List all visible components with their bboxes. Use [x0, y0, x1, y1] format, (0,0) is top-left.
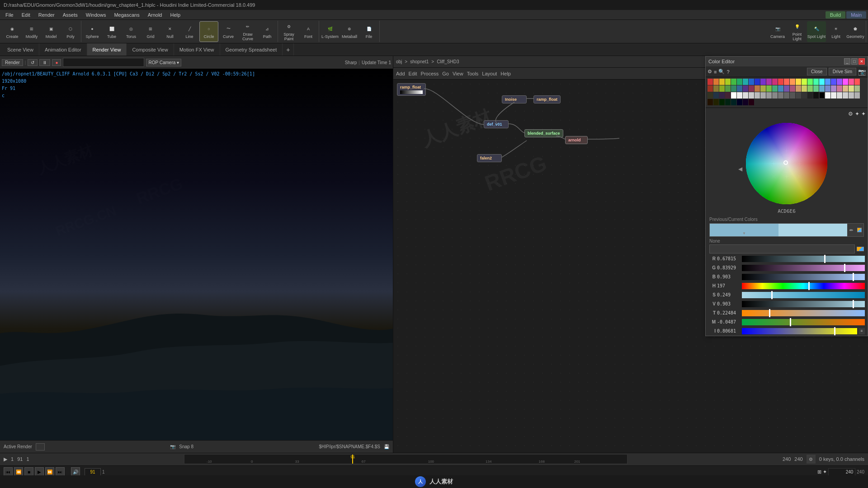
tab-geometry-spreadsheet[interactable]: Geometry Spreadsheet — [220, 43, 283, 56]
path-cliff-link[interactable]: Cliff_SHD3 — [437, 59, 459, 64]
color-swatch[interactable] — [760, 92, 766, 99]
tool-point-light[interactable]: 💡 Point Light — [788, 21, 807, 42]
tool-sphere[interactable]: ● Sphere — [83, 21, 102, 42]
close-label-button[interactable]: Close — [807, 68, 827, 75]
color-swatch[interactable] — [743, 99, 748, 105]
active-render-toggle[interactable] — [36, 443, 45, 450]
node-menu-edit[interactable]: Edit — [409, 71, 417, 76]
color-swatch[interactable] — [819, 85, 825, 92]
color-editor-titlebar[interactable]: Color Editor _ □ ✕ — [706, 56, 868, 66]
color-swatch[interactable] — [784, 85, 789, 92]
color-swatch[interactable] — [790, 79, 795, 85]
menu-edit[interactable]: Edit — [18, 11, 34, 19]
color-swatch[interactable] — [807, 79, 813, 85]
color-swatch[interactable] — [760, 85, 766, 92]
tool-tube[interactable]: ⬜ Tube — [102, 21, 121, 42]
color-swatch[interactable] — [708, 99, 713, 105]
main-button[interactable]: Main — [846, 11, 866, 19]
color-swatch[interactable] — [713, 92, 719, 99]
node-menu-go[interactable]: Go — [442, 71, 449, 76]
tool-null[interactable]: ✕ Null — [160, 21, 179, 42]
tool-draw-curve[interactable]: ✏ Draw Curve — [238, 21, 257, 42]
color-swatch[interactable] — [837, 85, 842, 92]
color-swatch[interactable] — [807, 85, 813, 92]
path-shopnet-link[interactable]: shopnet1 — [410, 59, 429, 64]
color-swatch[interactable] — [713, 85, 719, 92]
channel-icon-1[interactable]: ⊞ — [817, 469, 821, 475]
color-swatch[interactable] — [737, 99, 742, 105]
color-swatch[interactable] — [731, 92, 736, 99]
tool-grid[interactable]: ⊞ Grid — [141, 21, 160, 42]
color-swatch[interactable] — [843, 85, 848, 92]
color-swatch[interactable] — [719, 99, 725, 105]
color-swatch[interactable] — [778, 92, 783, 99]
tool-torus[interactable]: ◎ Torus — [122, 21, 141, 42]
tab-render-view[interactable]: Render View — [87, 43, 127, 56]
tool-geometry[interactable]: ⬟ Geometry — [846, 21, 865, 42]
color-swatch[interactable] — [766, 92, 772, 99]
color-swatch[interactable] — [802, 92, 807, 99]
eyedropper-button[interactable]: ✏ — [847, 224, 855, 236]
color-swatch[interactable] — [713, 79, 719, 85]
ce-action-1[interactable]: ⚙ — [848, 111, 853, 117]
color-swatch[interactable] — [796, 85, 801, 92]
node-menu-view[interactable]: View — [453, 71, 463, 76]
tab-scene-view[interactable]: Scene View — [2, 43, 39, 56]
node-ramp-float2[interactable]: ramp_float — [533, 95, 561, 103]
drive-sim-button[interactable]: Drive Sim — [829, 68, 856, 75]
slider-track-h[interactable] — [742, 283, 865, 289]
ce-icon-1[interactable]: ⚙ — [708, 69, 712, 75]
tool-curve[interactable]: 〜 Curve — [219, 21, 238, 42]
color-swatch[interactable] — [843, 79, 848, 85]
pause-button[interactable]: ⏸ — [39, 59, 50, 66]
tool-modify[interactable]: ⊞ Modify — [22, 21, 41, 42]
none-gradient-option[interactable] — [857, 247, 864, 251]
color-swatch[interactable] — [755, 85, 760, 92]
color-swatch[interactable] — [831, 79, 836, 85]
slider-side-btn[interactable]: ≡ — [859, 328, 865, 334]
node-menu-process[interactable]: Process — [421, 71, 439, 76]
color-swatch[interactable] — [725, 79, 731, 85]
tool-circle[interactable]: ○ Circle — [199, 21, 218, 42]
tool-model[interactable]: ▣ Model — [42, 21, 61, 42]
color-swatch[interactable] — [766, 79, 772, 85]
tab-animation-editor[interactable]: Animation Editor — [39, 43, 87, 56]
tool-path[interactable]: ⊿ Path — [258, 21, 277, 42]
color-swatch[interactable] — [807, 92, 813, 99]
color-swatch[interactable] — [802, 85, 807, 92]
color-swatch[interactable] — [790, 85, 795, 92]
color-swatch[interactable] — [708, 79, 713, 85]
color-swatch[interactable] — [778, 79, 783, 85]
color-swatch[interactable] — [819, 79, 825, 85]
color-swatch[interactable] — [749, 85, 754, 92]
camera-dropdown[interactable]: ROP Camera ▾ — [146, 59, 181, 66]
color-swatch[interactable] — [749, 99, 754, 105]
menu-assets[interactable]: Assets — [59, 11, 81, 19]
menu-render[interactable]: Render — [35, 11, 58, 19]
menu-megascans[interactable]: Megascans — [110, 11, 143, 19]
color-swatch[interactable] — [731, 79, 736, 85]
render-button[interactable]: Render — [2, 59, 23, 66]
slider-track-m[interactable] — [742, 319, 865, 325]
node-blended-surface[interactable]: blended_surface — [524, 129, 563, 137]
color-swatch[interactable] — [854, 79, 860, 85]
slider-track-t[interactable] — [742, 310, 865, 316]
ce-icon-4[interactable]: ? — [726, 69, 729, 75]
color-swatch[interactable] — [772, 92, 778, 99]
color-swatch[interactable] — [731, 85, 736, 92]
color-swatch[interactable] — [825, 85, 830, 92]
color-swatch[interactable] — [813, 79, 819, 85]
frame-input[interactable] — [85, 468, 101, 476]
timeline-ruler[interactable]: -10 0 33 67 100 134 168 201 91 — [184, 454, 627, 464]
minimize-button[interactable]: _ — [844, 58, 850, 65]
color-swatch[interactable] — [749, 92, 754, 99]
color-swatch[interactable] — [749, 79, 754, 85]
color-swatch[interactable] — [708, 92, 713, 99]
menu-arnold[interactable]: Arnold — [144, 11, 166, 19]
node-ramp-float[interactable]: ramp_float — [397, 83, 426, 96]
tool-area-light[interactable]: ☀ Light — [826, 21, 845, 42]
color-swatch[interactable] — [849, 85, 854, 92]
node-menu-tools[interactable]: Tools — [467, 71, 479, 76]
color-swatch[interactable] — [772, 85, 778, 92]
color-swatch[interactable] — [854, 85, 860, 92]
